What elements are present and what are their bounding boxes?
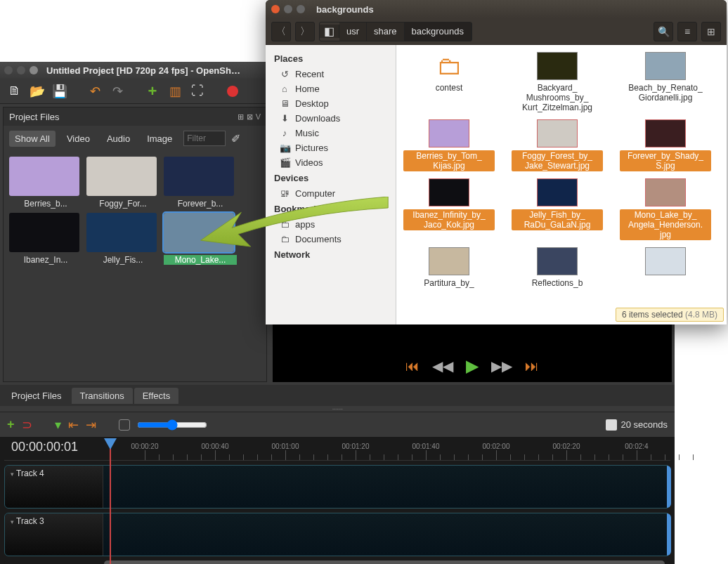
sidebar-item-videos[interactable]: 🎬Videos: [266, 155, 396, 170]
timeline[interactable]: 00:00:00:01 00:00:2000:00:4000:01:0000:0…: [0, 437, 675, 564]
search-button[interactable]: 🔍: [654, 22, 673, 41]
tab-effects[interactable]: Effects: [134, 388, 179, 404]
choose-profile-button[interactable]: ▥: [167, 84, 183, 99]
sidebar-item-recent[interactable]: ↺Recent: [266, 67, 396, 81]
sidebar-item-home[interactable]: ⌂Home: [266, 81, 396, 96]
view-options-button[interactable]: ≡: [677, 22, 697, 41]
project-file-item[interactable]: Jelly_Fis...: [86, 213, 160, 265]
sidebar-item-music[interactable]: ♪Music: [266, 126, 396, 140]
nav-back-button[interactable]: 〈: [271, 22, 291, 41]
minimize-icon[interactable]: [284, 5, 292, 13]
grid-view-button[interactable]: ⊞: [701, 22, 721, 41]
project-file-item[interactable]: Mono_Lake...: [164, 213, 237, 265]
panel-dropdown-icon[interactable]: V: [256, 112, 261, 122]
sidebar-item-computer[interactable]: 🖳Computer: [266, 186, 396, 201]
fast-forward-button[interactable]: ▶▶: [491, 358, 512, 374]
sidebar-item-pictures[interactable]: 📷Pictures: [266, 140, 396, 155]
panel-view-icon[interactable]: ⊞: [238, 112, 244, 122]
file-item[interactable]: [620, 247, 711, 288]
nav-forward-button[interactable]: 〉: [295, 22, 315, 41]
window-title: Untitled Project [HD 720p 24 fps] - Open…: [46, 65, 240, 76]
clear-filter-icon[interactable]: ✐: [231, 132, 240, 145]
path-segment-usr[interactable]: usr: [339, 22, 367, 41]
file-manager-sidebar: Places ↺Recent⌂Home🖥Desktop⬇Downloads♪Mu…: [266, 45, 396, 324]
file-manager-toolbar: 〈 〉 ◧ usr share backgrounds 🔍 ≡ ⊞: [266, 18, 727, 45]
project-file-item[interactable]: Berries_b...: [9, 157, 82, 209]
center-playhead-button[interactable]: [119, 419, 130, 431]
sidebar-item-downloads[interactable]: ⬇Downloads: [266, 111, 396, 126]
project-file-item[interactable]: Ibanez_In...: [9, 213, 82, 265]
close-icon[interactable]: [4, 66, 13, 74]
minimize-icon[interactable]: [17, 66, 25, 74]
sidebar-devices-header: Devices: [266, 170, 396, 186]
maximize-icon[interactable]: [30, 66, 38, 74]
fullscreen-button[interactable]: ⛶: [190, 84, 205, 99]
path-bar: ◧ usr share backgrounds: [319, 22, 472, 41]
timeline-track[interactable]: ▾ Track 4: [4, 465, 670, 509]
file-item[interactable]: Reflections_b: [512, 247, 603, 288]
open-project-button[interactable]: 📂: [30, 84, 45, 99]
add-marker-button[interactable]: ▾: [55, 417, 61, 433]
save-project-button[interactable]: 💾: [52, 84, 67, 99]
project-files-grid[interactable]: Berries_b...Foggy_For...Forever_b...Iban…: [4, 151, 266, 270]
timeline-ruler[interactable]: 00:00:00:01 00:00:2000:00:4000:01:0000:0…: [4, 437, 670, 461]
path-root-icon[interactable]: ◧: [320, 25, 339, 38]
track-header[interactable]: ▾ Track 3: [5, 513, 103, 556]
playhead-icon[interactable]: [104, 438, 117, 450]
project-file-item[interactable]: Forever_b...: [164, 157, 237, 209]
tab-transitions[interactable]: Transitions: [72, 388, 133, 404]
window-title: backgrounds: [316, 4, 374, 15]
filter-audio[interactable]: Audio: [101, 131, 136, 147]
zoom-slider[interactable]: [137, 419, 207, 431]
sidebar-network-header: Network: [266, 247, 396, 263]
filter-video[interactable]: Video: [61, 131, 96, 147]
jump-end-button[interactable]: ⏭: [525, 358, 539, 374]
file-item[interactable]: Foggy_Forest_by_ Jake_Stewart.jpg: [512, 119, 603, 171]
file-item[interactable]: Beach_by_Renato_ Giordanelli.jpg: [620, 52, 711, 112]
timecode-display: 00:00:00:01: [11, 440, 78, 454]
file-item[interactable]: Mono_Lake_by_ Angela_Henderson. jpg: [620, 178, 711, 240]
filter-input[interactable]: [183, 131, 226, 146]
panel-close-icon[interactable]: ⊠: [247, 112, 253, 122]
next-marker-button[interactable]: ⇥: [86, 417, 96, 433]
bottom-tabs: Project Files Transitions Effects: [0, 385, 675, 406]
path-segment-backgrounds[interactable]: backgrounds: [405, 22, 472, 41]
sidebar-bookmarks-header: Bookmarks: [266, 201, 396, 217]
previous-marker-button[interactable]: ⇤: [68, 417, 79, 433]
file-manager-content[interactable]: 🗀contestBackyard_ Mushrooms_by_ Kurt_Zit…: [396, 45, 727, 324]
file-item[interactable]: Partitura_by_: [403, 247, 495, 288]
snapping-button[interactable]: ⊃: [22, 417, 32, 433]
file-item[interactable]: Berries_by_Tom_ Kijas.jpg: [403, 119, 495, 171]
filter-show-all[interactable]: Show All: [9, 131, 56, 147]
sidebar-item-desktop[interactable]: 🖥Desktop: [266, 96, 396, 111]
timeline-track[interactable]: ▾ Track 3: [4, 513, 670, 556]
import-files-button[interactable]: +: [145, 84, 160, 99]
file-item[interactable]: Backyard_ Mushrooms_by_ Kurt_Zitzelman.j…: [512, 52, 603, 112]
maximize-icon[interactable]: [297, 5, 305, 13]
file-item[interactable]: Jelly_Fish_by_ RaDu_GaLaN.jpg: [512, 178, 603, 240]
track-header[interactable]: ▾ Track 4: [5, 466, 103, 508]
close-icon[interactable]: [271, 5, 280, 13]
panel-resize-handle[interactable]: ┄┄┄: [0, 406, 675, 412]
sidebar-places-header: Places: [266, 51, 396, 67]
export-button[interactable]: [225, 84, 240, 99]
redo-button[interactable]: ↷: [110, 84, 125, 99]
jump-start-button[interactable]: ⏮: [405, 358, 420, 374]
path-segment-share[interactable]: share: [367, 22, 405, 41]
timeline-scrollbar[interactable]: [4, 560, 670, 564]
sidebar-item-apps[interactable]: 🗀apps: [266, 217, 396, 232]
undo-button[interactable]: ↶: [87, 84, 103, 99]
project-file-item[interactable]: Foggy_For...: [86, 157, 160, 209]
folder-item[interactable]: 🗀contest: [403, 52, 495, 112]
file-item[interactable]: Ibanez_Infinity_by_ Jaco_Kok.jpg: [403, 178, 495, 240]
tab-project-files[interactable]: Project Files: [3, 388, 70, 404]
new-project-button[interactable]: 🗎: [7, 84, 22, 99]
sidebar-item-documents[interactable]: 🗀Documents: [266, 232, 396, 247]
rewind-button[interactable]: ◀◀: [432, 358, 453, 374]
file-item[interactable]: Forever_by_Shady_ S.jpg: [620, 119, 711, 171]
add-track-button[interactable]: +: [7, 417, 15, 432]
zoom-seconds-label: 20 seconds: [621, 419, 668, 430]
timeline-toolbar: + ⊃ ▾ ⇤ ⇥ 20 seconds: [0, 412, 675, 437]
play-button[interactable]: ▶: [466, 356, 479, 376]
filter-image[interactable]: Image: [141, 131, 178, 147]
